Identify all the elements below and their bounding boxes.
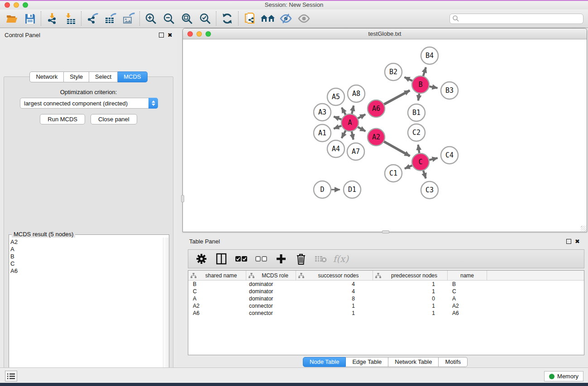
graph-node-A2[interactable]: A2: [368, 129, 385, 146]
tab-node-table[interactable]: Node Table: [303, 357, 346, 367]
graph-node-A1[interactable]: A1: [314, 124, 331, 142]
svg-text:C1: C1: [389, 169, 397, 177]
graph-node-C1[interactable]: C1: [385, 165, 402, 182]
graph-node-D[interactable]: D: [314, 181, 331, 198]
column-header-shared-name[interactable]: shared name: [188, 271, 246, 280]
delete-column-icon[interactable]: [292, 251, 310, 267]
result-item[interactable]: A2: [10, 238, 163, 246]
network-window-titlebar[interactable]: testGlobe.txt: [183, 29, 587, 39]
graph-node-A7[interactable]: A7: [347, 143, 364, 160]
network-canvas[interactable]: B4B2BB3A8A5A6A3B1AC2A1A2A4A7C4CC1C3DD1: [183, 40, 587, 232]
svg-text:B3: B3: [445, 86, 454, 95]
close-panel-icon[interactable]: ✖: [167, 33, 172, 38]
graph-node-C[interactable]: C: [412, 153, 429, 171]
home-networks-icon[interactable]: [258, 11, 277, 26]
show-details-icon[interactable]: [295, 11, 313, 26]
gear-icon[interactable]: [193, 251, 210, 267]
columns-icon[interactable]: [213, 251, 230, 267]
minimize-window-icon[interactable]: [14, 2, 19, 8]
graph-node-B2[interactable]: B2: [385, 63, 402, 81]
search-field[interactable]: [449, 14, 583, 24]
zoom-in-icon[interactable]: [142, 11, 160, 26]
result-item[interactable]: C: [10, 260, 163, 267]
run-mcds-button[interactable]: Run MCDS: [40, 114, 85, 124]
table-row[interactable]: A dominator 8 0 A: [188, 295, 584, 302]
export-table-icon[interactable]: [101, 11, 120, 26]
task-history-icon[interactable]: [5, 371, 17, 381]
import-network-icon[interactable]: [43, 11, 61, 26]
minimize-network-icon[interactable]: [196, 31, 202, 37]
float-panel-icon[interactable]: [159, 33, 164, 38]
table-row[interactable]: B dominator 4 1 B: [188, 281, 584, 288]
tab-network[interactable]: Network: [29, 71, 64, 82]
column-header-successor-nodes[interactable]: successor nodes: [296, 271, 373, 280]
memory-button[interactable]: Memory: [544, 371, 583, 381]
close-network-icon[interactable]: [187, 31, 193, 37]
add-column-icon[interactable]: [272, 251, 290, 267]
resize-grip[interactable]: [581, 226, 586, 231]
splitter-handle-left[interactable]: [181, 195, 184, 202]
result-item[interactable]: A6: [10, 267, 163, 275]
graph-node-B[interactable]: B: [412, 76, 429, 93]
svg-text:A5: A5: [332, 93, 340, 101]
result-item[interactable]: A: [10, 246, 163, 253]
splitter-handle-bottom[interactable]: [382, 230, 389, 234]
tab-style[interactable]: Style: [64, 71, 89, 82]
close-table-panel-icon[interactable]: ✖: [575, 239, 580, 244]
open-session-icon[interactable]: [3, 11, 21, 26]
column-header-mcds-role[interactable]: MCDS role: [246, 271, 296, 280]
graph-node-C4[interactable]: C4: [441, 147, 458, 164]
tab-select[interactable]: Select: [89, 71, 118, 82]
column-header-predecessor-nodes[interactable]: predecessor nodes: [373, 271, 448, 280]
criterion-select[interactable]: largest connected component (directed): [20, 98, 158, 109]
zoom-window-icon[interactable]: [23, 2, 28, 8]
tab-network-table[interactable]: Network Table: [388, 357, 439, 367]
duplicate-network-icon[interactable]: [240, 11, 258, 26]
import-table-icon[interactable]: [61, 11, 79, 26]
graph-node-B4[interactable]: B4: [421, 47, 438, 64]
close-panel-button[interactable]: Close panel: [91, 114, 137, 124]
graph-node-A3[interactable]: A3: [314, 104, 331, 121]
network-graph[interactable]: B4B2BB3A8A5A6A3B1AC2A1A2A4A7C4CC1C3DD1: [183, 40, 587, 232]
graph-node-A8[interactable]: A8: [348, 85, 365, 102]
graph-node-D1[interactable]: D1: [344, 181, 361, 198]
table-tabs: Node Table Edge Table Network Table Moti…: [182, 357, 588, 367]
zoom-network-icon[interactable]: [206, 31, 211, 37]
table-row[interactable]: A6 connector 1 1 A6: [188, 310, 584, 317]
mcds-result-list[interactable]: A2 A B C A6: [10, 238, 163, 384]
select-all-icon[interactable]: [233, 251, 250, 267]
export-image-icon[interactable]: [120, 11, 138, 26]
tab-mcds[interactable]: MCDS: [118, 71, 147, 82]
result-item[interactable]: B: [10, 253, 163, 260]
result-scrollbar[interactable]: [163, 238, 168, 385]
tab-motifs[interactable]: Motifs: [439, 357, 468, 367]
zoom-out-icon[interactable]: [160, 11, 178, 26]
function-builder-icon[interactable]: f(x): [332, 251, 349, 267]
graph-node-A4[interactable]: A4: [327, 140, 344, 157]
graph-node-B3[interactable]: B3: [441, 82, 458, 99]
float-table-panel-icon[interactable]: [566, 239, 571, 244]
memory-status-icon: [549, 374, 555, 379]
graph-node-C2[interactable]: C2: [408, 124, 425, 141]
deselect-all-icon[interactable]: [253, 251, 270, 267]
graph-node-C3[interactable]: C3: [421, 181, 438, 199]
graph-node-A6[interactable]: A6: [368, 100, 385, 117]
graph-node-B1[interactable]: B1: [408, 104, 425, 121]
search-input[interactable]: [459, 14, 583, 24]
hide-details-icon[interactable]: [277, 11, 295, 26]
table-row[interactable]: C dominator 4 1 C: [188, 288, 584, 295]
save-session-icon[interactable]: [21, 11, 39, 26]
close-window-icon[interactable]: [5, 2, 10, 8]
tab-edge-table[interactable]: Edge Table: [346, 357, 388, 367]
delete-table-icon[interactable]: [312, 251, 330, 267]
export-network-icon[interactable]: [83, 11, 101, 26]
refresh-layout-icon[interactable]: [218, 11, 236, 26]
zoom-fit-icon[interactable]: [178, 11, 196, 26]
graph-node-A[interactable]: A: [341, 114, 359, 131]
graph-node-A5[interactable]: A5: [327, 88, 344, 105]
window-controls: [5, 2, 28, 8]
column-header-name[interactable]: name: [448, 271, 487, 280]
table-row[interactable]: A2 connector 1 1 A2: [188, 302, 584, 310]
zoom-selected-icon[interactable]: [196, 11, 214, 26]
session-title: Session: New Session: [265, 1, 323, 8]
